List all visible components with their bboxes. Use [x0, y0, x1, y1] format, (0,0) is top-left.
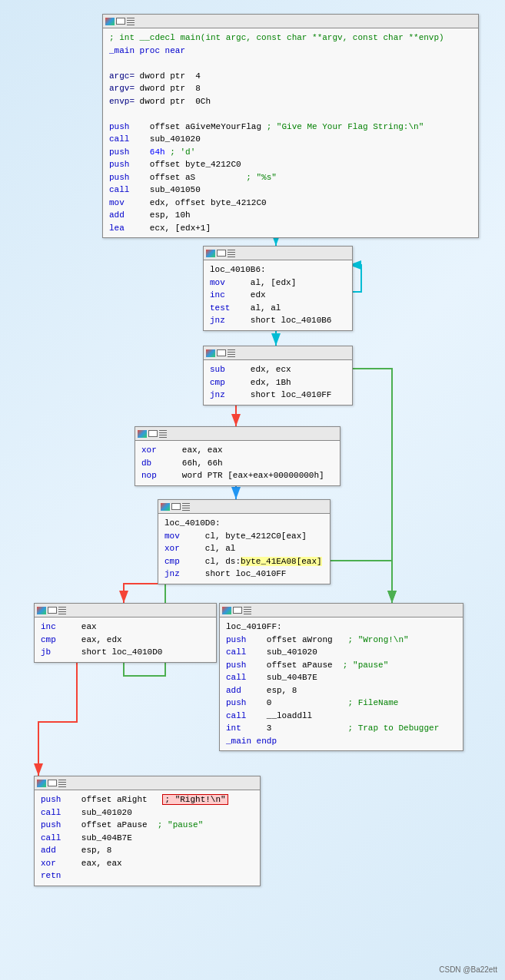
- monitor-icon: [148, 430, 158, 437]
- main-code-block: ; int __cdecl main(int argc, const char …: [102, 14, 479, 238]
- list-icon: [58, 607, 66, 614]
- monitor-icon: [116, 18, 125, 25]
- color-icon: [161, 503, 170, 511]
- loop-code-content: loc_4010B6: mov al, [edx] inc edx test a…: [204, 260, 352, 330]
- monitor-icon: [171, 503, 181, 510]
- list-icon: [244, 607, 251, 614]
- color-icon: [37, 607, 46, 614]
- list-icon: [182, 503, 190, 511]
- block-header-loc4010d0: [158, 500, 330, 514]
- loc4010d0-code-content: loc_4010D0: mov cl, byte_4212C0[eax] xor…: [158, 514, 330, 584]
- xor-code-block: xor eax, eax db 66h, 66h nop word PTR [e…: [135, 426, 341, 486]
- list-icon: [228, 349, 235, 357]
- inc-code-content: inc eax cmp eax, edx jb short loc_4010D0: [35, 617, 216, 662]
- sub-code-block: sub edx, ecx cmp edx, 1Bh jnz short loc_…: [203, 346, 353, 406]
- list-icon: [228, 250, 235, 257]
- monitor-icon: [48, 780, 57, 786]
- wrong-code-block: loc_4010FF: push offset aWrong ; "Wrong!…: [219, 603, 463, 751]
- color-icon: [222, 607, 231, 614]
- right-code-content: push offset aRight ; "Right!\n" call sub…: [35, 790, 260, 886]
- xor-code-content: xor eax, eax db 66h, 66h nop word PTR [e…: [135, 441, 340, 485]
- color-icon: [105, 18, 115, 25]
- block-header-wrong: [220, 604, 463, 617]
- color-icon: [206, 349, 215, 357]
- loc4010d0-code-block: loc_4010D0: mov cl, byte_4212C0[eax] xor…: [158, 499, 331, 584]
- wrong-code-content: loc_4010FF: push offset aWrong ; "Wrong!…: [220, 617, 463, 750]
- block-header-sub: [204, 346, 352, 360]
- monitor-icon: [233, 607, 242, 614]
- list-icon: [127, 18, 135, 25]
- monitor-icon: [217, 349, 226, 356]
- block-header-inc: [35, 604, 216, 617]
- block-header-right: [35, 776, 260, 790]
- sub-code-content: sub edx, ecx cmp edx, 1Bh jnz short loc_…: [204, 360, 352, 405]
- block-header-loop: [204, 247, 352, 260]
- color-icon: [37, 780, 46, 787]
- loop-code-block: loc_4010B6: mov al, [edx] inc edx test a…: [203, 246, 353, 331]
- list-icon: [58, 780, 66, 787]
- right-code-block: push offset aRight ; "Right!\n" call sub…: [34, 776, 261, 886]
- block-header-main: [103, 15, 478, 28]
- monitor-icon: [217, 250, 226, 257]
- block-header-xor: [135, 427, 340, 441]
- color-icon: [206, 250, 215, 257]
- color-icon: [138, 430, 147, 438]
- list-icon: [159, 430, 167, 438]
- inc-code-block: inc eax cmp eax, edx jb short loc_4010D0: [34, 603, 217, 663]
- watermark: CSDN @Ba22ett: [439, 965, 497, 974]
- monitor-icon: [48, 607, 57, 614]
- main-code-content: ; int __cdecl main(int argc, const char …: [103, 28, 478, 237]
